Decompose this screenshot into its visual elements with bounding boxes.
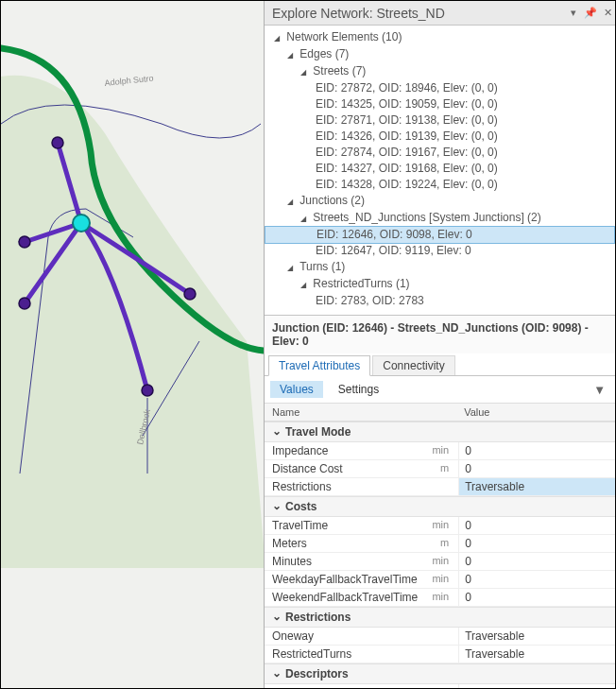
map-canvas[interactable]: Adolph Sutro Dellbrook	[1, 1, 264, 689]
grid-row[interactable]: RoadClass0	[265, 684, 616, 689]
grid-row[interactable]: RestrictionsTraversable	[265, 478, 616, 496]
row-value: 0	[458, 535, 616, 552]
row-name: Minutes	[272, 555, 312, 568]
close-icon[interactable]: ✕	[601, 7, 614, 19]
grid-row[interactable]: Metersm0	[265, 535, 616, 553]
row-unit: min	[432, 555, 454, 568]
row-value: 0	[458, 553, 616, 570]
grid-header-name: Name	[265, 406, 458, 418]
row-name: Impedance	[272, 444, 328, 457]
tree-edges[interactable]: Edges (7)	[265, 46, 616, 63]
grid-row[interactable]: Distance Costm0	[265, 460, 616, 478]
row-name: WeekendFallbackTravelTime	[272, 591, 418, 604]
grid-header-value: Value	[458, 406, 616, 418]
property-header: Junction (EID: 12646) - Streets_ND_Junct…	[265, 315, 616, 353]
explore-network-panel: Explore Network: Streets_ND ▾ 📌 ✕ Networ…	[264, 1, 616, 689]
grid-row[interactable]: WeekdayFallbackTravelTimemin0	[265, 571, 616, 589]
subtab-settings[interactable]: Settings	[329, 381, 388, 398]
grid-row[interactable]: WeekendFallbackTravelTimemin0	[265, 589, 616, 607]
tree-edge-item[interactable]: EID: 27871, OID: 19138, Elev: (0, 0)	[265, 112, 616, 129]
row-value: Traversable	[458, 646, 616, 663]
grid-row[interactable]: Impedancemin0	[265, 442, 616, 460]
row-value: 0	[458, 517, 616, 534]
tree-edge-item[interactable]: EID: 14327, OID: 19168, Elev: (0, 0)	[265, 161, 616, 177]
grid-row[interactable]: OnewayTraversable	[265, 628, 616, 646]
tree-turns-group[interactable]: RestrictedTurns (1)	[265, 276, 616, 293]
street-label: Adolph Sutro	[104, 74, 154, 88]
section-restrictions[interactable]: Restrictions	[265, 607, 616, 628]
tab-travel-attributes[interactable]: Travel Attributes	[268, 355, 370, 376]
network-elements-tree[interactable]: Network Elements (10) Edges (7) Streets …	[265, 26, 616, 315]
row-unit: m	[440, 537, 454, 550]
selected-junction[interactable]	[73, 215, 90, 232]
tree-edge-item[interactable]: EID: 27874, OID: 19167, Elev: (0, 0)	[265, 145, 616, 161]
tree-junctions[interactable]: Junctions (2)	[265, 193, 616, 210]
tree-junction-item-selected[interactable]: EID: 12646, OID: 9098, Elev: 0	[265, 226, 615, 244]
grid-header: Name Value	[265, 404, 616, 422]
grid-row[interactable]: RestrictedTurnsTraversable	[265, 646, 616, 663]
row-value: Traversable	[458, 478, 616, 495]
row-value: 0	[458, 442, 616, 459]
tab-connectivity[interactable]: Connectivity	[372, 355, 454, 375]
row-unit: min	[432, 519, 454, 532]
tree-edge-item[interactable]: EID: 27872, OID: 18946, Elev: (0, 0)	[265, 80, 616, 96]
row-value: 0	[458, 589, 616, 606]
row-name: TravelTime	[272, 519, 328, 532]
svg-point-3	[19, 298, 30, 309]
subtabs-row: Values Settings ▼	[265, 376, 616, 404]
attributes-grid: Name Value Travel Mode Impedancemin0Dist…	[265, 404, 616, 689]
row-value: 0	[458, 571, 616, 588]
row-unit: min	[432, 444, 454, 457]
filter-icon[interactable]: ▼	[593, 383, 611, 397]
svg-point-1	[52, 137, 63, 148]
section-descriptors[interactable]: Descriptors	[265, 663, 616, 684]
svg-point-2	[19, 236, 30, 248]
row-name: Distance Cost	[272, 462, 343, 475]
section-costs[interactable]: Costs	[265, 496, 616, 517]
row-name: Meters	[272, 537, 307, 550]
row-value: Traversable	[458, 628, 616, 645]
svg-point-5	[184, 288, 196, 300]
tree-root[interactable]: Network Elements (10)	[265, 29, 616, 46]
subtab-values[interactable]: Values	[270, 381, 323, 398]
tree-edge-item[interactable]: EID: 14328, OID: 19224, Elev: (0, 0)	[265, 177, 616, 193]
row-unit: min	[432, 573, 454, 586]
row-name: WeekdayFallbackTravelTime	[272, 573, 418, 586]
tree-streets[interactable]: Streets (7)	[265, 63, 616, 80]
row-name: Restrictions	[272, 480, 332, 493]
panel-title: Explore Network: Streets_ND	[272, 6, 563, 21]
pin-icon[interactable]: 📌	[584, 7, 597, 19]
tree-edge-item[interactable]: EID: 14325, OID: 19059, Elev: (0, 0)	[265, 96, 616, 112]
tree-junction-item[interactable]: EID: 12647, OID: 9119, Elev: 0	[265, 243, 616, 259]
row-name: RestrictedTurns	[272, 647, 351, 661]
tabs-row: Travel Attributes Connectivity	[265, 353, 616, 376]
row-name: Oneway	[272, 629, 314, 643]
panel-titlebar[interactable]: Explore Network: Streets_ND ▾ 📌 ✕	[265, 1, 616, 26]
row-value: 0	[458, 460, 616, 477]
grid-row[interactable]: Minutesmin0	[265, 553, 616, 571]
tree-turns[interactable]: Turns (1)	[265, 259, 616, 276]
tree-junctions-group[interactable]: Streets_ND_Junctions [System Junctions] …	[265, 210, 616, 227]
autohide-icon[interactable]: ▾	[567, 7, 580, 19]
row-value: 0	[458, 684, 616, 689]
svg-point-4	[142, 385, 153, 396]
row-unit: m	[440, 462, 454, 475]
grid-row[interactable]: TravelTimemin0	[265, 517, 616, 535]
row-unit: min	[432, 591, 454, 604]
tree-edge-item[interactable]: EID: 14326, OID: 19139, Elev: (0, 0)	[265, 129, 616, 145]
section-travel-mode[interactable]: Travel Mode	[265, 422, 616, 442]
tree-turn-item[interactable]: EID: 2783, OID: 2783	[265, 293, 616, 309]
